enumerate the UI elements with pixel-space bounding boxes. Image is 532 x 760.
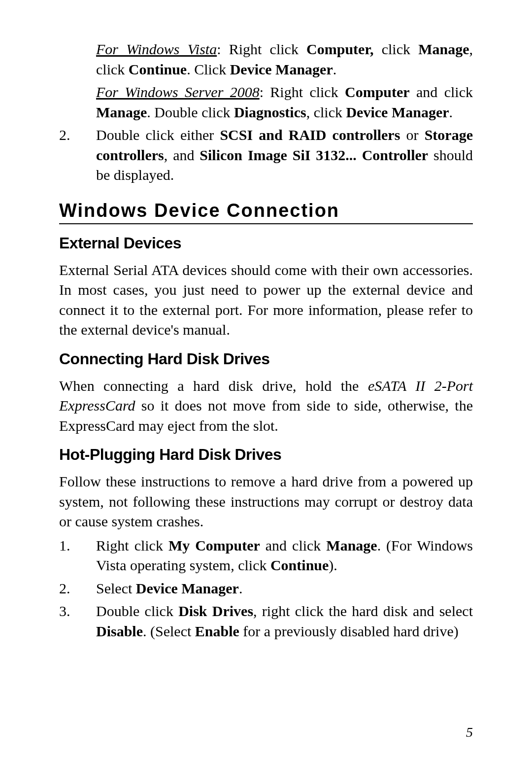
- server2008-prefix: For Windows Server 2008: [96, 84, 260, 100]
- hotplug-step-1: 1. Right click My Computer and click Man…: [59, 536, 473, 576]
- list-number: 1.: [59, 536, 96, 576]
- vista-paragraph: For Windows Vista: Right click Computer,…: [96, 39, 473, 79]
- subsection-external-devices: External Devices: [59, 234, 473, 252]
- page-number: 5: [466, 725, 473, 740]
- subsection-connecting-hdd: Connecting Hard Disk Drives: [59, 350, 473, 368]
- top-step-2: 2. Double click either SCSI and RAID con…: [59, 125, 473, 185]
- vista-prefix: For Windows Vista: [96, 41, 217, 57]
- hotplug-intro: Follow these instructions to remove a ha…: [59, 472, 473, 532]
- external-devices-body: External Serial ATA devices should come …: [59, 260, 473, 340]
- server2008-paragraph: For Windows Server 2008: Right click Com…: [96, 82, 473, 122]
- list-number: 2.: [59, 125, 96, 185]
- subsection-hotplug-hdd: Hot-Plugging Hard Disk Drives: [59, 446, 473, 464]
- list-number: 3.: [59, 601, 96, 641]
- section-windows-device-connection: Windows Device Connection: [59, 200, 473, 224]
- hotplug-step-3: 3. Double click Disk Drives, right click…: [59, 601, 473, 641]
- connecting-hdd-body: When connecting a hard disk drive, hold …: [59, 376, 473, 436]
- hotplug-step-2: 2. Select Device Manager.: [59, 579, 473, 599]
- list-number: 2.: [59, 579, 96, 599]
